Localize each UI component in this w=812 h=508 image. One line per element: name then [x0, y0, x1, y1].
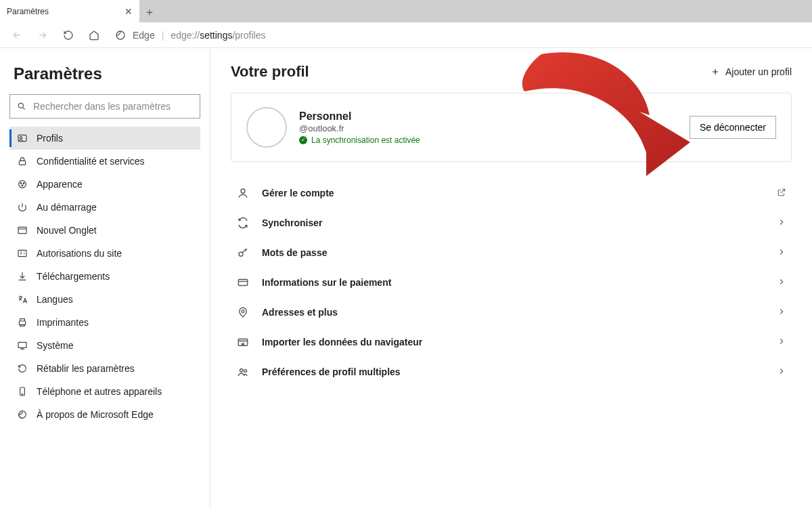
edge-icon	[16, 408, 28, 421]
sidebar: Paramètres Profils Confidentialité et se…	[0, 48, 210, 508]
svg-point-16	[241, 189, 245, 193]
page-title: Paramètres	[14, 64, 200, 83]
back-button[interactable]	[5, 24, 28, 47]
edge-logo-icon	[115, 30, 126, 41]
profile-info: Personnel @outlook.fr ✓ La synchronisati…	[299, 110, 677, 145]
key-icon	[236, 246, 250, 259]
sidebar-item-reset[interactable]: Rétablir les paramètres	[9, 357, 200, 380]
sidebar-item-label: Confidentialité et services	[37, 156, 145, 167]
profile-card: Personnel @outlook.fr ✓ La synchronisati…	[231, 93, 792, 162]
option-label: Informations sur le paiement	[262, 277, 765, 288]
avatar	[246, 107, 287, 148]
svg-rect-4	[19, 161, 25, 165]
option-payment[interactable]: Informations sur le paiement	[231, 268, 792, 297]
sidebar-item-about[interactable]: À propos de Microsoft Edge	[9, 403, 200, 426]
sidebar-item-label: Rétablir les paramètres	[37, 363, 135, 374]
add-profile-button[interactable]: Ajouter un profil	[710, 66, 792, 77]
option-sync[interactable]: Synchroniser	[231, 208, 792, 238]
sidebar-item-printers[interactable]: Imprimantes	[9, 311, 200, 334]
sidebar-item-languages[interactable]: Langues	[9, 288, 200, 311]
new-tab-button[interactable]: ＋	[139, 2, 160, 22]
svg-point-8	[22, 185, 23, 186]
svg-rect-12	[18, 342, 26, 347]
card-icon	[236, 276, 250, 289]
person-icon	[236, 186, 250, 200]
option-label: Gérer le compte	[262, 188, 765, 198]
sidebar-item-label: Langues	[37, 294, 73, 305]
location-icon	[236, 305, 250, 319]
option-passwords[interactable]: Mots de passe	[231, 238, 792, 268]
sidebar-item-label: Imprimantes	[37, 317, 89, 328]
window-icon	[16, 224, 28, 236]
svg-rect-18	[238, 280, 248, 286]
profile-name: Personnel	[299, 110, 677, 123]
sidebar-item-label: Téléphone et autres appareils	[37, 386, 162, 397]
sidebar-item-downloads[interactable]: Téléchargements	[9, 265, 200, 288]
section-title: Votre profil	[231, 63, 309, 81]
sidebar-item-label: Nouvel Onglet	[37, 225, 97, 236]
external-link-icon	[777, 188, 786, 199]
printer-icon	[16, 316, 28, 329]
sidebar-item-privacy[interactable]: Confidentialité et services	[9, 150, 200, 173]
close-icon[interactable]: ✕	[125, 6, 133, 17]
signout-button[interactable]: Se déconnecter	[690, 116, 776, 139]
sidebar-item-profiles[interactable]: Profils	[9, 127, 200, 150]
refresh-button[interactable]	[57, 24, 80, 47]
search-icon	[17, 102, 26, 111]
address-app-label: Edge	[133, 30, 155, 41]
search-input[interactable]	[33, 101, 193, 112]
option-multiple-profiles[interactable]: Préférences de profil multiples	[231, 357, 792, 387]
option-import[interactable]: Importer les données du navigateur	[231, 327, 792, 357]
svg-point-19	[242, 310, 244, 313]
chevron-right-icon	[777, 307, 786, 318]
address-bar[interactable]: Edge | edge://settings/profiles	[108, 25, 807, 45]
main-header: Votre profil Ajouter un profil	[231, 60, 792, 83]
plus-icon	[710, 67, 720, 77]
sidebar-item-new-tab[interactable]: Nouvel Onglet	[9, 219, 200, 242]
option-label: Adresses et plus	[262, 307, 765, 318]
people-icon	[236, 365, 250, 379]
sidebar-item-phone[interactable]: Téléphone et autres appareils	[9, 380, 200, 403]
download-icon	[16, 270, 28, 282]
chevron-right-icon	[777, 217, 786, 229]
sidebar-item-label: Apparence	[37, 179, 83, 190]
system-icon	[16, 339, 28, 352]
sidebar-item-label: Profils	[37, 133, 63, 144]
sidebar-item-label: Système	[37, 340, 73, 351]
check-icon: ✓	[299, 136, 307, 144]
svg-point-6	[20, 183, 22, 184]
forward-button[interactable]	[31, 24, 54, 47]
languages-icon	[16, 293, 28, 305]
svg-point-17	[239, 252, 243, 256]
home-button[interactable]	[83, 24, 106, 47]
svg-point-22	[244, 370, 247, 373]
chevron-right-icon	[777, 366, 786, 378]
main-panel: Votre profil Ajouter un profil Personnel…	[210, 48, 812, 508]
profile-email: @outlook.fr	[299, 123, 677, 133]
nav-bar: Edge | edge://settings/profiles	[0, 22, 812, 48]
sidebar-item-site-permissions[interactable]: Autorisations du site	[9, 242, 200, 265]
option-manage-account[interactable]: Gérer le compte	[231, 178, 792, 208]
tab-strip: Paramètres ✕ ＋	[0, 0, 812, 22]
svg-rect-10	[18, 250, 26, 256]
svg-rect-11	[19, 321, 25, 324]
profiles-icon	[16, 132, 28, 144]
option-label: Importer les données du navigateur	[262, 337, 765, 347]
sidebar-item-system[interactable]: Système	[9, 334, 200, 357]
svg-rect-9	[18, 227, 26, 233]
sidebar-item-appearance[interactable]: Apparence	[9, 173, 200, 196]
chevron-right-icon	[777, 277, 786, 289]
add-profile-label: Ajouter un profil	[725, 66, 792, 77]
svg-point-14	[22, 394, 22, 394]
svg-point-7	[23, 183, 24, 184]
phone-icon	[16, 385, 28, 398]
svg-point-21	[240, 369, 244, 373]
settings-search[interactable]	[9, 94, 200, 119]
sync-icon	[236, 216, 250, 230]
option-label: Mots de passe	[262, 247, 765, 258]
option-addresses[interactable]: Adresses et plus	[231, 297, 792, 327]
chevron-right-icon	[777, 247, 786, 259]
browser-tab[interactable]: Paramètres ✕	[0, 0, 139, 22]
reset-icon	[16, 362, 28, 375]
sidebar-item-startup[interactable]: Au démarrage	[9, 196, 200, 219]
